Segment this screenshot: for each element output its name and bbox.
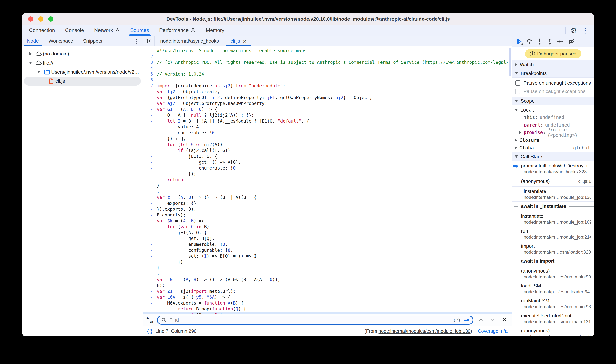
code-line-text[interactable]: Q = A != null ? lj2(ij2(A)) : {}; [157,112,512,118]
find-input[interactable]: Find (.*) Aa [157,315,473,325]
close-window-button[interactable] [28,16,33,22]
code-line-text[interactable]: }) [157,259,512,265]
chevron-right-icon[interactable] [515,139,517,142]
code-line-text[interactable]: var G1 = (A, B, Q) => { [157,106,512,112]
code-line-text[interactable]: var $k = (A, B) => { [157,218,512,224]
line-number-gutter[interactable]: - [143,247,157,253]
code-line-text[interactable]: return B.map(function(Q) { [157,306,512,312]
tab-console[interactable]: Console [60,25,89,36]
code-line-text[interactable]: // Version: 1.0.24 [157,71,512,77]
editor-tab-cli-js[interactable]: cli.js× [225,36,252,46]
code-line-text[interactable]: jE1(A, Q, { [157,230,512,236]
hide-navigator-icon[interactable] [143,36,154,46]
code-line-text[interactable]: B); [157,283,512,288]
line-number-gutter[interactable]: - [143,288,157,294]
line-number-gutter[interactable]: - [143,312,157,314]
line-number-gutter[interactable]: - [143,136,157,142]
code-line-text[interactable]: } [157,265,512,271]
scope-section-header[interactable]: Scope [512,97,594,105]
code-line-text[interactable]: var lj2 = Object.create; [157,89,512,95]
callstack-frame[interactable]: (anonymous)node:internal/m…es/run_main:9… [512,266,594,281]
from-link[interactable]: node:internal/modules/esm/module_job:130 [378,328,471,334]
line-number-gutter[interactable]: - [143,130,157,136]
code-line-text[interactable]: var aj2 = Object.prototype.hasOwnPropert… [157,101,512,106]
line-number-gutter[interactable]: - [143,224,157,230]
code-line-text[interactable]: for (let G of nj2(A)) [157,142,512,147]
line-number-gutter[interactable]: - [143,171,157,177]
callstack-section-header[interactable]: Call Stack [512,152,594,161]
line-number-gutter[interactable]: - [143,218,157,224]
line-number-gutter[interactable]: - [143,183,157,189]
line-number-gutter[interactable]: - [143,89,157,95]
find-previous-button[interactable] [476,316,485,325]
chevron-right-icon[interactable] [519,131,521,134]
line-number-gutter[interactable]: - [143,241,157,247]
scope-property-promise[interactable]: promise:Promise {<pending>} [512,129,594,136]
callstack-frame[interactable]: loadESMnode:internal/p…/esm_loader:34 [512,281,594,296]
callstack-frame[interactable]: (anonymous)node:internal/m…main_module:2 [512,326,594,336]
code-line-text[interactable]: let I = B || !A || !A.__esModule ? jE1(Q… [157,118,512,124]
code-line-text[interactable]: import {createRequire as sj2} from "node… [157,83,512,89]
line-number-gutter[interactable]: - [143,106,157,112]
callstack-frame[interactable]: runMainESMnode:internal/m…es/run_main:98 [512,296,594,311]
code-line-text[interactable]: configurable: !0, [157,247,512,253]
sidebar-tab-node[interactable]: Node [22,36,44,46]
code-line-text[interactable]: get: () => A[G], [157,159,512,165]
line-number-gutter[interactable]: - [143,165,157,171]
scope-group-global[interactable]: Globalglobal [512,144,594,152]
editor-scrollbar[interactable] [509,48,511,76]
code-line-text[interactable]: if (Q === "") [157,312,512,314]
tree-item--no-domain-[interactable]: (no domain) [24,49,141,58]
minimize-window-button[interactable] [38,16,43,22]
regex-toggle[interactable]: (.*) [454,318,460,323]
line-number-gutter[interactable]: - [143,147,157,153]
line-number-gutter[interactable]: - [143,95,157,101]
line-number-gutter[interactable]: - [143,118,157,124]
editor-tab-node-internal-async-hooks[interactable]: node:internal/async_hooks [154,36,225,46]
code-line-text[interactable] [157,54,512,59]
watch-section-header[interactable]: Watch [512,60,594,69]
line-number-gutter[interactable]: - [143,206,157,212]
sidebar-tab-workspace[interactable]: Workspace [44,36,78,46]
code-line-text[interactable]: var Z1 = sj2(import.meta.url); [157,288,512,294]
line-number-gutter[interactable]: 5 [143,71,157,77]
code-line-text[interactable]: M6A.exports = function A(B) { [157,300,512,306]
code-line-text[interactable]: ; [157,189,512,195]
callstack-frame[interactable]: _instantiatenode:internal/m…module_job:1… [512,187,594,202]
step-out-button[interactable] [545,37,554,46]
code-line-text[interactable]: value: A, [157,124,512,130]
code-line-text[interactable]: exports: {} [157,200,512,206]
tab-network[interactable]: Network [89,25,125,36]
code-line-text[interactable]: return I [157,177,512,183]
more-options-icon[interactable]: ⋮ [582,27,589,34]
code-line-text[interactable]: var {getPrototypeOf: ij2, defineProperty… [157,95,512,101]
callstack-frame[interactable]: (anonymous)cli.js:1 [512,176,594,187]
code-line-text[interactable]: var L6A = z( (_y5, M6A) => { [157,294,512,300]
find-close-button[interactable]: × [500,315,509,325]
code-line-text[interactable]: if (!aj2.call(I, G)) [157,147,512,153]
settings-gear-icon[interactable]: ⚙ [571,27,577,34]
chevron-right-icon[interactable] [515,146,517,149]
line-number-gutter[interactable]: - [143,300,157,306]
line-number-gutter[interactable]: - [143,236,157,241]
code-line-text[interactable]: set: (I) => B[Q] = () => I [157,253,512,259]
line-number-gutter[interactable]: - [143,112,157,118]
code-line-text[interactable]: B.exports); [157,212,512,218]
sidebar-more-icon[interactable]: ⋮ [134,38,143,44]
zoom-window-button[interactable] [48,16,53,22]
find-next-button[interactable] [488,316,497,325]
checkbox[interactable] [515,89,520,94]
line-number-gutter[interactable]: 6 [143,77,157,83]
code-editor[interactable]: 1#!/usr/bin/env -S node --no-warnings --… [143,46,512,314]
scope-group-local[interactable]: Local [512,106,594,114]
line-number-gutter[interactable]: - [143,283,157,288]
code-line-text[interactable]: enumerable: !0, [157,241,512,247]
code-line-text[interactable]: var _01 = (A, B) => () => (A && (B = A(A… [157,277,512,283]
coverage-link[interactable]: Coverage: n/a [478,328,507,334]
tab-sources[interactable]: Sources [125,25,154,36]
code-line-text[interactable] [157,77,512,83]
line-number-gutter[interactable]: - [143,259,157,265]
line-number-gutter[interactable]: - [143,189,157,195]
line-number-gutter[interactable]: 4 [143,65,157,71]
callstack-frame[interactable]: runnode:internal/m…module_job:214 [512,226,594,241]
